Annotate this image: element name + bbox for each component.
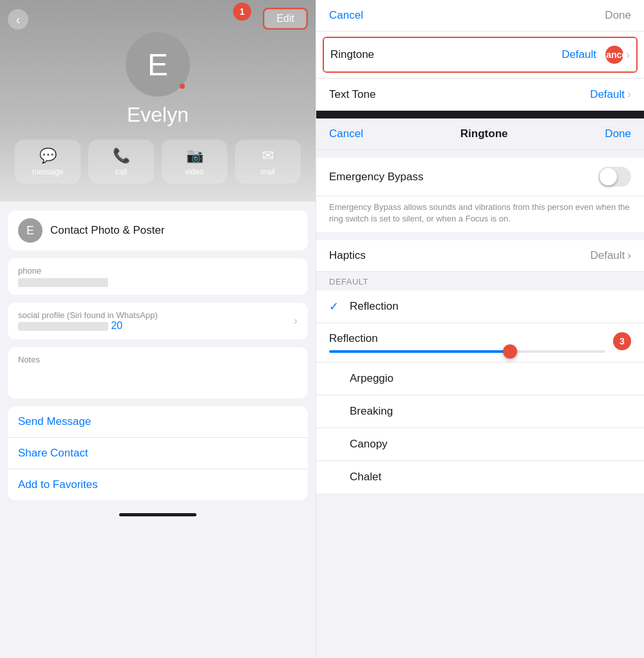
ringtone-settings-value: Default [562, 48, 596, 61]
call-icon: 📞 [113, 147, 130, 164]
send-message-label: Send Message [18, 415, 91, 428]
edit-button[interactable]: Edit [265, 10, 306, 28]
haptics-row[interactable]: Haptics Default › [316, 240, 644, 272]
text-tone-row[interactable]: Text Tone Default › [316, 79, 644, 111]
step-1-badge: 1 [233, 3, 251, 21]
settings-section: Cancel Done Ringtone Default Cancel › Te… [316, 0, 644, 111]
ringtone-item-arpeggio[interactable]: ✓ Arpeggio [316, 362, 644, 395]
ringtone-name-reflection-2: Reflection [329, 332, 378, 345]
ringtone-highlight-box: Ringtone Default Cancel › [323, 37, 638, 73]
contact-name: Evelyn [127, 103, 189, 127]
phone-value-redacted [18, 278, 108, 287]
action-row: 💬 message 📞 call 📷 video ✉ mail [15, 140, 301, 183]
text-tone-chevron-icon: › [627, 88, 631, 101]
contact-photo-poster-card: E Contact Photo & Poster [8, 211, 308, 250]
emergency-bypass-label: Emergency Bypass [329, 171, 423, 183]
social-profile-row[interactable]: social profile (Siri found in WhatsApp) … [8, 303, 308, 339]
step-2-badge: Cancel [605, 46, 623, 64]
slider-thumb[interactable] [503, 344, 517, 359]
emergency-bypass-section: Emergency Bypass Emergency Bypass allows… [316, 158, 644, 232]
haptics-value: Default [590, 249, 625, 262]
mail-icon: ✉ [262, 147, 274, 164]
notes-card[interactable]: Notes [8, 347, 308, 399]
social-value-suffix: 20 [111, 320, 122, 331]
ringtone-settings-row[interactable]: Ringtone Default Cancel › [324, 38, 636, 71]
ringtone-name-reflection: Reflection [350, 300, 399, 313]
ringtone-settings-wrapper: Ringtone Default Cancel › [316, 32, 644, 79]
contact-header: ‹ 1 Edit E Evelyn 💬 message 📞 call 📷 vid… [0, 0, 316, 202]
ringtone-item-reflection-checked[interactable]: ✓ Reflection [316, 290, 644, 323]
step-3-badge: 3 [613, 332, 631, 350]
video-button[interactable]: 📷 video [162, 140, 227, 183]
message-button[interactable]: 💬 message [15, 140, 80, 183]
slider-fill [329, 350, 509, 353]
left-panel: ‹ 1 Edit E Evelyn 💬 message 📞 call 📷 vid… [0, 0, 316, 658]
home-bar [119, 513, 196, 516]
ringtone-body: Emergency Bypass Emergency Bypass allows… [316, 150, 644, 658]
settings-nav: Cancel Done [316, 0, 644, 32]
back-icon: ‹ [16, 12, 21, 27]
action-links-card: Send Message Share Contact Add to Favori… [8, 406, 308, 500]
emergency-bypass-toggle[interactable] [598, 167, 631, 187]
emergency-bypass-row: Emergency Bypass [316, 158, 644, 196]
text-tone-label: Text Tone [329, 88, 375, 101]
ringtone-name-arpeggio: Arpeggio [350, 372, 393, 385]
ringtone-slider[interactable] [329, 350, 605, 353]
edit-button-wrapper: Edit [263, 8, 308, 30]
ringtone-item-chalet[interactable]: ✓ Chalet [316, 461, 644, 493]
ringtone-item-canopy[interactable]: ✓ Canopy [316, 428, 644, 461]
ringtone-item-breaking[interactable]: ✓ Breaking [316, 395, 644, 428]
ringtone-chevron-icon: › [626, 48, 630, 62]
phone-row: phone [8, 258, 308, 295]
avatar-letter: E [147, 47, 168, 82]
checkmark-icon: ✓ [329, 299, 342, 314]
haptics-label: Haptics [329, 249, 366, 262]
ringtone-settings-right: Default Cancel › [562, 46, 630, 64]
ringtone-done-button[interactable]: Done [605, 127, 631, 140]
ringtone-name-chalet: Chalet [350, 471, 381, 484]
haptics-chevron-icon: › [627, 249, 631, 262]
ringtone-cancel-button[interactable]: Cancel [329, 127, 363, 140]
social-label: social profile (Siri found in WhatsApp) [18, 310, 294, 320]
call-button[interactable]: 📞 call [88, 140, 154, 183]
phone-card: phone [8, 258, 308, 295]
phone-label: phone [18, 266, 298, 276]
pp-avatar: E [18, 218, 43, 243]
social-info: social profile (Siri found in WhatsApp) … [18, 310, 294, 332]
add-to-favorites-label: Add to Favorites [18, 478, 98, 491]
ringtone-item-reflection-slider[interactable]: Reflection 3 [316, 323, 644, 362]
send-message-row[interactable]: Send Message [8, 406, 308, 438]
mail-button[interactable]: ✉ mail [235, 140, 301, 183]
ringtone-title: Ringtone [460, 127, 508, 140]
top-done-button[interactable]: Done [605, 9, 631, 22]
avatar-dot [180, 84, 185, 89]
emergency-bypass-desc: Emergency Bypass allows sounds and vibra… [316, 196, 644, 232]
black-separator [316, 111, 644, 118]
default-section-header: DEFAULT [316, 272, 644, 290]
notes-label: Notes [18, 355, 298, 364]
message-label: message [32, 167, 64, 176]
top-cancel-button[interactable]: Cancel [329, 9, 363, 22]
contact-photo-poster-row[interactable]: E Contact Photo & Poster [8, 211, 308, 250]
contact-photo-poster-label: Contact Photo & Poster [50, 224, 165, 237]
share-contact-row[interactable]: Share Contact [8, 438, 308, 469]
ringtone-modal: Cancel Ringtone Done Emergency Bypass Em… [316, 118, 644, 658]
add-to-favorites-row[interactable]: Add to Favorites [8, 469, 308, 500]
social-chevron-icon: › [294, 314, 298, 328]
ringtone-list: ✓ Reflection Reflection 3 ✓ Arpeggio [316, 290, 644, 493]
message-icon: 💬 [39, 147, 57, 164]
home-indicator [0, 508, 316, 523]
social-profile-card[interactable]: social profile (Siri found in WhatsApp) … [8, 303, 308, 339]
ringtone-name-breaking: Breaking [350, 405, 393, 418]
ringtone-settings-label: Ringtone [330, 48, 374, 61]
social-value: 20 [18, 320, 294, 332]
toggle-knob [600, 168, 617, 185]
call-label: call [115, 167, 127, 176]
video-label: video [185, 167, 204, 176]
mail-label: mail [261, 167, 275, 176]
content-list: E Contact Photo & Poster phone social pr… [0, 202, 316, 658]
back-button[interactable]: ‹ [8, 9, 28, 30]
haptics-right: Default › [590, 249, 631, 262]
right-panel: Cancel Done Ringtone Default Cancel › Te… [316, 0, 644, 658]
avatar: E [126, 32, 190, 97]
